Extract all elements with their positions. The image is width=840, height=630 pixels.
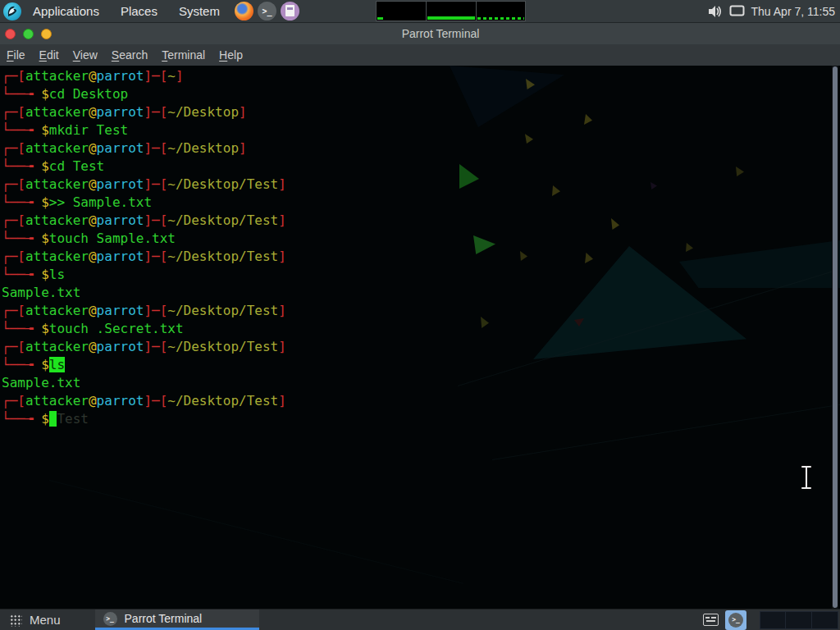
page-glyph	[285, 5, 294, 16]
taskbar-task-parrot-terminal[interactable]: >_ Parrot Terminal	[95, 609, 259, 630]
workspace-1[interactable]	[760, 611, 786, 629]
terminal-content-area[interactable]: ┌─[attacker@parrot]─[~]└──╼ $cd Desktop┌…	[0, 66, 840, 609]
terminal-text-segment: cd Test	[49, 158, 104, 174]
terminal-text-segment: @	[89, 303, 97, 318]
menu-grid-icon[interactable]	[9, 614, 22, 627]
scrollbar-thumb[interactable]	[833, 66, 838, 608]
terminal-text-segment: $	[41, 267, 49, 282]
display-icon[interactable]	[729, 5, 745, 17]
terminal-text-segment: ls	[49, 357, 65, 372]
terminal-titlebar[interactable]: Parrot Terminal	[0, 23, 840, 44]
terminal-text-segment: └──╼	[2, 357, 41, 372]
terminal-text-segment: Sample.txt	[2, 285, 80, 300]
top-panel: Applications Places System >_ Thu Apr 7,…	[0, 0, 840, 23]
terminal-text-segment: attacker	[25, 249, 89, 264]
parrot-menu-icon[interactable]	[3, 2, 21, 21]
panel-menu-system[interactable]: System	[171, 0, 228, 22]
network-graph	[477, 17, 524, 20]
workspace-switcher	[760, 611, 838, 629]
terminal-text-segment: @	[89, 393, 97, 409]
workspace-2[interactable]	[786, 611, 812, 629]
terminal-text-segment: ┌─[	[2, 303, 25, 318]
terminal-text-segment: @	[89, 212, 97, 228]
terminal-text-segment: └──╼	[2, 411, 41, 427]
terminal-text-segment: @	[89, 249, 97, 264]
terminal-text-segment: attacker	[25, 140, 89, 156]
terminal-text-segment: ~/Desktop	[167, 104, 239, 120]
terminal-text-segment: ]─[	[144, 176, 167, 192]
terminal-text-segment: $	[41, 86, 49, 102]
menu-terminal[interactable]: Terminal	[162, 48, 205, 62]
terminal-text-segment: attacker	[25, 393, 89, 409]
menu-file[interactable]: File	[7, 48, 25, 62]
panel-menu-places[interactable]: Places	[112, 0, 166, 22]
terminal-line: ┌─[attacker@parrot]─[~/Desktop/Test]	[2, 176, 286, 194]
menu-help[interactable]: Help	[219, 48, 243, 62]
terminal-text-segment: @	[89, 68, 97, 84]
terminal-text-segment: ┌─[	[2, 140, 25, 156]
terminal-text-segment: ~/Desktop/Test	[167, 249, 278, 264]
terminal-menubar: File Edit View Search Terminal Help	[0, 44, 840, 66]
terminal-line: Sample.txt	[2, 284, 286, 302]
terminal-text-segment: $	[41, 231, 49, 246]
terminal-text-segment: ls	[49, 267, 65, 282]
workspace-3[interactable]	[812, 611, 838, 629]
menu-search[interactable]: Search	[112, 48, 148, 62]
terminal-text-segment: ]─[	[144, 140, 167, 156]
system-monitor-memory[interactable]	[426, 1, 476, 21]
terminal-text-segment: ]─[	[144, 249, 167, 264]
window-close-button[interactable]	[5, 29, 16, 39]
keyboard-indicator-icon[interactable]	[703, 614, 719, 626]
volume-icon[interactable]	[708, 5, 723, 18]
terminal-line: ┌─[attacker@parrot]─[~/Desktop]	[2, 139, 286, 158]
terminal-launcher-icon[interactable]: >_	[258, 2, 276, 21]
menu-edit[interactable]: Edit	[39, 48, 59, 62]
terminal-text-segment: $	[41, 411, 49, 427]
menu-view[interactable]: View	[73, 48, 98, 62]
terminal-line: └──╼ $ Test	[2, 410, 286, 428]
parrot-bird-glyph	[3, 2, 21, 21]
terminal-text-segment: ]─[	[144, 68, 167, 84]
terminal-text-segment: @	[89, 104, 97, 120]
terminal-text-segment: parrot	[97, 140, 144, 156]
terminal-line: ┌─[attacker@parrot]─[~]	[2, 67, 286, 85]
window-minimize-button[interactable]	[41, 29, 52, 39]
text-editor-launcher-icon[interactable]	[281, 2, 299, 21]
terminal-text-segment: ]	[176, 68, 184, 84]
panel-menu-applications[interactable]: Applications	[25, 0, 107, 22]
firefox-launcher-icon[interactable]	[235, 2, 253, 21]
panel-clock[interactable]: Thu Apr 7, 11:55	[751, 5, 835, 18]
terminal-text-segment: parrot	[97, 393, 144, 409]
terminal-text-segment: parrot	[97, 303, 144, 318]
terminal-text-segment: ]	[278, 303, 286, 318]
terminal-text-segment: ┌─[	[2, 104, 25, 120]
terminal-text-segment: attacker	[25, 339, 89, 354]
system-monitor-network[interactable]	[476, 1, 526, 21]
terminal-scrollbar[interactable]	[832, 66, 838, 609]
terminal-text-segment: └──╼	[2, 86, 41, 102]
terminal-text-segment: parrot	[97, 339, 144, 354]
terminal-text-segment: @	[89, 339, 97, 354]
terminal-text-segment: $	[41, 158, 49, 174]
terminal-text-segment: ┌─[	[2, 249, 25, 264]
terminal-text-segment: └──╼	[2, 158, 41, 174]
taskbar-menu-button[interactable]: Menu	[30, 613, 61, 627]
terminal-line: └──╼ $touch .Secret.txt	[2, 320, 286, 338]
terminal-text-segment: parrot	[97, 68, 144, 84]
window-maximize-button[interactable]	[23, 29, 34, 39]
terminal-text-segment: Test	[57, 411, 89, 427]
terminal-text-segment: ]─[	[144, 303, 167, 318]
terminal-block-cursor	[49, 411, 57, 427]
terminal-text-segment: ┌─[	[2, 176, 25, 192]
terminal-text-segment: ┌─[	[2, 393, 25, 409]
terminal-line: └──╼ $mkdir Test	[2, 121, 286, 139]
terminal-line: ┌─[attacker@parrot]─[~/Desktop/Test]	[2, 338, 286, 356]
terminal-text-segment: parrot	[97, 176, 144, 192]
terminal-line: ┌─[attacker@parrot]─[~/Desktop/Test]	[2, 392, 286, 410]
tray-terminal-icon[interactable]: >_	[725, 610, 746, 630]
terminal-line: ┌─[attacker@parrot]─[~/Desktop]	[2, 103, 286, 121]
terminal-text-segment: $	[41, 122, 49, 138]
terminal-text-segment: ]	[278, 249, 286, 264]
terminal-text-segment: >> Sample.txt	[49, 194, 152, 210]
system-monitor-cpu[interactable]	[376, 1, 426, 21]
